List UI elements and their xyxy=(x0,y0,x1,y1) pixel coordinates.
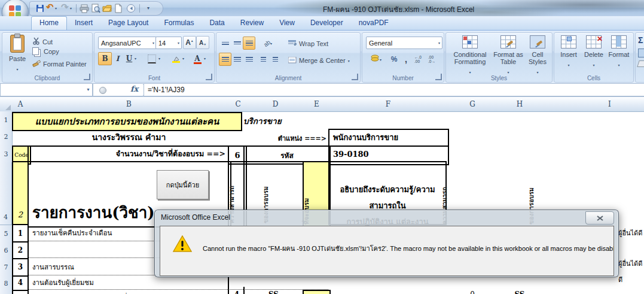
font-size-combo[interactable]: 14▾ xyxy=(155,37,182,49)
print-preview-icon[interactable] xyxy=(91,4,100,13)
tab-review[interactable]: Review xyxy=(233,16,271,30)
fill-color-button[interactable] xyxy=(169,52,183,65)
cell-a9[interactable]: 5 xyxy=(12,290,29,294)
borders-dropdown-icon[interactable]: ▾ xyxy=(158,56,160,60)
orientation-button[interactable]: ab▾ xyxy=(258,37,277,50)
row-header-5[interactable]: 5 xyxy=(0,225,13,243)
merge-center-dropdown-icon[interactable]: ▾ xyxy=(348,59,350,63)
row-header-7[interactable]: 7 xyxy=(0,259,13,277)
percent-style-button[interactable]: % xyxy=(387,53,401,66)
column-header-c[interactable]: C xyxy=(229,98,248,112)
tab-data[interactable]: Data xyxy=(202,16,232,30)
merge-center-button[interactable]: Merge & Center ▾ xyxy=(288,55,350,66)
accounting-format-button[interactable]: ▾ xyxy=(366,53,386,66)
name-box-dropdown-icon[interactable]: ▼ xyxy=(86,87,90,92)
formula-input[interactable]: ='N-1'!AJ39 xyxy=(144,83,644,96)
column-header-b[interactable]: B xyxy=(29,98,230,112)
insert-cells-button[interactable]: Insert ▾ xyxy=(557,35,581,69)
redo-dropdown-icon[interactable]: ▾ xyxy=(70,6,80,16)
column-header-i[interactable]: I xyxy=(541,98,644,112)
cell-f3-id-value[interactable]: 39-0180 xyxy=(329,147,448,162)
row-header-4[interactable]: 4 xyxy=(0,162,12,225)
insert-function-icon[interactable]: fx xyxy=(130,84,138,93)
column-header-a[interactable]: A xyxy=(12,98,29,112)
font-dialog-launcher-icon[interactable] xyxy=(206,74,212,80)
row-header-6[interactable]: 6 xyxy=(0,242,13,259)
decrease-indent-button[interactable] xyxy=(257,53,270,66)
cell-d9[interactable]: SS xyxy=(245,290,303,294)
format-as-table-button[interactable]: Format as Table ▾ xyxy=(493,35,524,76)
alignment-dialog-launcher-icon[interactable] xyxy=(352,74,358,80)
cell-b1-title[interactable]: แบบแยกประเภทการอบรมของพนักงานแต่ละคน xyxy=(12,112,242,131)
grow-font-button[interactable]: A▲ xyxy=(183,36,196,49)
qat-customize-dropdown-icon[interactable]: ▾ xyxy=(147,5,157,15)
row-header-9[interactable]: 9 xyxy=(0,290,13,294)
fill-button[interactable] xyxy=(638,49,644,57)
select-all-corner[interactable] xyxy=(0,98,13,112)
cell-b2-employee-name[interactable]: นางระวิพรรณ คำมา xyxy=(29,131,229,144)
number-format-combo[interactable]: General▾ xyxy=(366,37,442,49)
align-bottom-button[interactable] xyxy=(243,37,255,50)
open-folder-icon[interactable] xyxy=(102,4,112,13)
format-cells-button[interactable]: Format ▾ xyxy=(607,35,631,69)
align-middle-button[interactable] xyxy=(231,37,243,50)
cell-g9[interactable]: 0 xyxy=(447,290,498,294)
bold-button[interactable]: B xyxy=(98,52,112,65)
row-header-8[interactable]: 8 xyxy=(0,276,13,291)
column-header-e[interactable]: E xyxy=(304,98,330,112)
shrink-font-button[interactable]: A▼ xyxy=(196,36,209,49)
cell-a4-seq[interactable]: 2 xyxy=(12,161,29,225)
underline-dropdown-icon[interactable]: ▾ xyxy=(135,56,136,60)
underline-button[interactable]: U xyxy=(123,52,135,65)
tab-insert[interactable]: Insert xyxy=(67,16,100,30)
column-header-h[interactable]: H xyxy=(498,98,542,112)
cell-f2-position-value[interactable]: พนักงานบริการขาย xyxy=(329,130,448,147)
tab-view[interactable]: View xyxy=(271,16,303,30)
align-right-button[interactable] xyxy=(243,53,255,66)
print-icon[interactable] xyxy=(80,4,89,13)
autosum-button[interactable]: Σ xyxy=(638,35,643,45)
cell-b7-task[interactable]: งานสารบรรณ xyxy=(32,262,74,272)
tab-formulas[interactable]: Formulas xyxy=(156,16,202,30)
fill-color-dropdown-icon[interactable]: ▾ xyxy=(182,56,184,60)
italic-button[interactable]: I xyxy=(112,52,123,65)
align-center-button[interactable] xyxy=(231,53,243,66)
column-header-f[interactable]: F xyxy=(329,98,447,112)
align-left-button[interactable] xyxy=(219,53,231,66)
redo-icon[interactable]: ↷ xyxy=(61,2,71,11)
cell-a7[interactable]: 3 xyxy=(12,259,29,275)
cut-button[interactable]: Cut xyxy=(32,37,53,47)
cell-a8[interactable]: 4 xyxy=(12,276,29,289)
row-header-3[interactable]: 3 xyxy=(0,146,13,163)
cell-c9[interactable]: 4 xyxy=(229,290,245,294)
font-color-dropdown-icon[interactable]: ▾ xyxy=(204,56,206,60)
align-top-button[interactable] xyxy=(219,37,231,50)
macro-button[interactable]: กดปุ่มนี้ด้วย xyxy=(157,170,209,199)
cell-d1-category[interactable]: บริการขาย xyxy=(243,114,282,128)
copy-button[interactable]: Copy xyxy=(32,47,59,55)
clipboard-dialog-launcher-icon[interactable] xyxy=(84,74,90,80)
wrap-text-button[interactable]: Wrap Text xyxy=(288,38,328,49)
cell-styles-button[interactable]: Cell Styles ▾ xyxy=(525,35,550,76)
font-color-button[interactable]: A xyxy=(190,52,205,65)
tab-developer[interactable]: Developer xyxy=(303,16,351,30)
comma-style-button[interactable]: , xyxy=(401,53,411,66)
row-header-1[interactable]: 1 xyxy=(0,111,13,129)
number-dialog-launcher-icon[interactable] xyxy=(435,74,442,80)
tab-novapdf[interactable]: novaPDF xyxy=(351,16,396,30)
save-icon[interactable] xyxy=(35,4,45,13)
row-header-2[interactable]: 2 xyxy=(0,128,13,146)
cell-a6[interactable]: 2 xyxy=(12,242,29,258)
cell-e9[interactable]: - xyxy=(303,290,331,294)
undo-icon[interactable]: ↶ xyxy=(46,2,56,11)
decrease-decimal-button[interactable]: .00 .0→ xyxy=(428,53,442,66)
cell-a5[interactable]: 1 xyxy=(12,225,29,241)
cell-i5-partial[interactable]: ผู้อื่นได้ดี xyxy=(618,228,642,238)
cell-i8-partial[interactable]: ดี xyxy=(618,274,622,285)
new-document-icon[interactable] xyxy=(114,4,123,13)
cell-b5-task[interactable]: รายงานเช็คคืนประจำเดือน xyxy=(32,228,112,238)
delete-cells-button[interactable]: ✕ Delete ▾ xyxy=(582,35,606,69)
column-header-d[interactable]: D xyxy=(247,98,304,112)
cell-h9[interactable]: SS xyxy=(498,290,541,294)
cell-b3-count-label[interactable]: จำนวนงาน/วิชาที่ต้องอบรม ==> xyxy=(28,146,229,162)
